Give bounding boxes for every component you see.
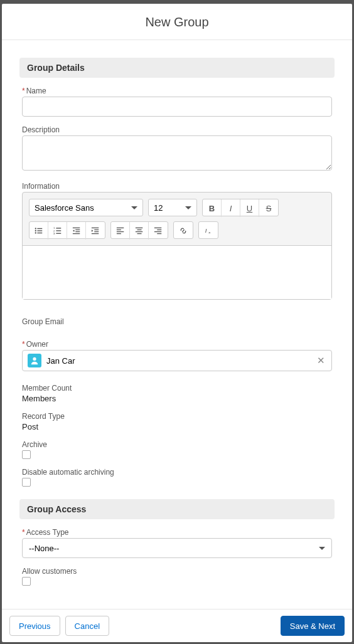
indent-button[interactable] <box>86 222 105 240</box>
clear-format-button[interactable]: I× <box>199 222 218 240</box>
svg-rect-9 <box>56 230 61 231</box>
clear-format-icon: I× <box>204 226 213 235</box>
field-name: Name <box>19 87 335 117</box>
rte-content[interactable] <box>23 245 331 299</box>
section-group-access: Group Access <box>19 499 335 519</box>
svg-text:3: 3 <box>53 232 55 235</box>
svg-rect-30 <box>154 228 161 228</box>
save-next-button[interactable]: Save & Next <box>281 616 345 636</box>
svg-rect-14 <box>75 230 80 230</box>
chevron-down-icon <box>131 206 137 209</box>
description-textarea[interactable] <box>22 135 332 171</box>
svg-rect-27 <box>137 230 141 230</box>
font-select[interactable]: Salesforce Sans <box>29 199 143 216</box>
svg-point-0 <box>35 228 36 229</box>
size-select-value: 12 <box>154 203 163 213</box>
bold-icon: B <box>209 204 215 213</box>
member-count-value: Members <box>22 394 332 403</box>
field-disable-archive: Disable automatic archiving <box>19 468 335 487</box>
modal-footer: Previous Cancel Save & Next <box>2 609 352 642</box>
italic-button[interactable]: I <box>222 199 240 217</box>
svg-text:×: × <box>208 230 211 235</box>
svg-rect-33 <box>157 233 161 234</box>
field-group-email: Group Email <box>19 317 335 326</box>
svg-rect-31 <box>157 230 161 230</box>
bold-button[interactable]: B <box>203 199 222 217</box>
indent-icon <box>91 226 100 235</box>
modal-body: Group Details Name Description Informati… <box>2 40 352 609</box>
svg-rect-21 <box>92 233 99 234</box>
link-group <box>173 221 193 239</box>
field-member-count: Member Count Members <box>19 384 335 403</box>
modal-title: New Group <box>2 15 352 29</box>
chevron-down-icon <box>185 206 191 209</box>
link-button[interactable] <box>174 222 193 240</box>
underline-button[interactable]: U <box>240 199 259 217</box>
svg-rect-1 <box>37 228 42 229</box>
align-center-button[interactable] <box>130 222 149 240</box>
access-type-select[interactable]: --None-- <box>22 538 332 558</box>
svg-rect-7 <box>56 228 61 228</box>
svg-rect-26 <box>135 228 142 228</box>
owner-label: Owner <box>22 340 332 349</box>
svg-rect-20 <box>94 231 99 232</box>
list-group: 123 <box>29 221 105 239</box>
archive-checkbox[interactable] <box>22 450 31 459</box>
align-left-icon <box>116 226 125 235</box>
svg-rect-16 <box>72 233 79 234</box>
user-icon <box>28 354 41 367</box>
information-label: Information <box>22 182 332 191</box>
svg-rect-3 <box>37 230 42 231</box>
numbered-list-button[interactable]: 123 <box>48 222 67 240</box>
svg-rect-23 <box>116 230 121 230</box>
field-archive: Archive <box>19 440 335 459</box>
size-select[interactable]: 12 <box>148 199 197 216</box>
align-right-icon <box>154 226 163 235</box>
svg-marker-18 <box>92 230 94 232</box>
owner-value: Jan Car <box>46 356 75 366</box>
bullet-list-button[interactable] <box>30 222 48 240</box>
owner-lookup[interactable]: Jan Car ✕ <box>22 350 332 371</box>
field-description: Description <box>19 125 335 173</box>
svg-point-4 <box>35 232 36 233</box>
numbered-list-icon: 123 <box>53 226 62 235</box>
clear-owner-button[interactable]: ✕ <box>317 355 325 366</box>
svg-rect-25 <box>116 233 121 234</box>
chevron-down-icon <box>319 547 325 550</box>
underline-icon: U <box>247 204 252 213</box>
svg-rect-11 <box>56 233 61 234</box>
field-record-type: Record Type Post <box>19 412 335 431</box>
bullet-list-icon <box>35 226 43 235</box>
align-right-button[interactable] <box>149 222 168 240</box>
svg-marker-13 <box>72 230 74 232</box>
access-type-value: --None-- <box>29 544 59 553</box>
align-left-button[interactable] <box>111 222 130 240</box>
svg-rect-29 <box>137 233 141 234</box>
link-icon <box>179 226 188 235</box>
field-allow-customers: Allow customers <box>19 567 335 586</box>
align-group <box>110 221 168 239</box>
svg-rect-28 <box>135 231 142 232</box>
cancel-button[interactable]: Cancel <box>65 616 109 636</box>
disable-archive-checkbox[interactable] <box>22 478 31 487</box>
rte-toolbar-row1: Salesforce Sans 12 B I U S <box>23 193 331 219</box>
svg-point-2 <box>35 230 36 231</box>
field-access-type: Access Type --None-- <box>19 528 335 558</box>
access-type-label: Access Type <box>22 528 332 537</box>
strike-button[interactable]: S <box>259 199 278 217</box>
allow-customers-checkbox[interactable] <box>22 577 31 586</box>
outdent-button[interactable] <box>67 222 86 240</box>
clear-group: I× <box>198 221 218 239</box>
svg-rect-15 <box>75 231 80 232</box>
text-style-group: B I U S <box>202 199 279 216</box>
svg-rect-5 <box>37 233 42 233</box>
font-select-value: Salesforce Sans <box>35 203 94 213</box>
previous-button[interactable]: Previous <box>9 616 60 636</box>
svg-rect-22 <box>116 228 123 228</box>
field-owner: Owner Jan Car ✕ <box>19 340 335 371</box>
svg-point-36 <box>33 357 36 361</box>
member-count-label: Member Count <box>22 384 332 393</box>
name-input[interactable] <box>22 97 332 117</box>
allow-customers-label: Allow customers <box>22 567 332 576</box>
svg-rect-32 <box>154 231 161 232</box>
